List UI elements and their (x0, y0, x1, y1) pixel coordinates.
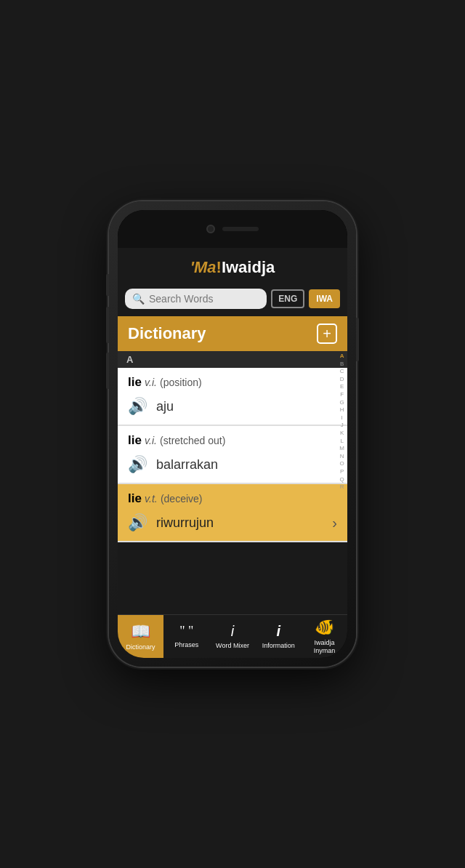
phrases-tab-icon: " " (179, 624, 193, 639)
search-icon: 🔍 (132, 293, 145, 305)
sound-icon-3[interactable]: 🔊 (128, 513, 147, 532)
eng-button[interactable]: ENG (271, 289, 304, 308)
alpha-n[interactable]: N (339, 453, 346, 460)
entry-iwaidja-3[interactable]: 🔊 riwurrujun › (118, 509, 347, 542)
entry-iwaidja-1[interactable]: 🔊 aju (118, 393, 347, 425)
alpha-c[interactable]: C (339, 368, 346, 375)
alpha-q[interactable]: Q (339, 476, 346, 483)
alpha-p[interactable]: P (339, 468, 345, 475)
dictionary-header: Dictionary + (118, 316, 347, 351)
dictionary-title: Dictionary (128, 324, 206, 343)
tab-information[interactable]: i Information (256, 615, 302, 658)
alpha-g[interactable]: G (339, 399, 346, 406)
side-button-power (356, 318, 359, 361)
camera-icon (206, 225, 215, 233)
alpha-e[interactable]: E (339, 383, 345, 390)
tab-phrases-label: Phrases (174, 641, 198, 649)
tab-iwaidja-inyman-label: Iwaidja Inyman (314, 639, 336, 655)
app-container: 'Ma!Iwaidja 🔍 ENG IWA Dictionary + A (118, 248, 347, 614)
app-header: 'Ma!Iwaidja (118, 248, 347, 284)
tab-word-mixer[interactable]: i Word Mixer (209, 615, 255, 658)
alpha-b[interactable]: B (339, 361, 345, 368)
add-button[interactable]: + (317, 324, 337, 344)
information-tab-icon: i (276, 623, 280, 640)
phone-screen: 'Ma!Iwaidja 🔍 ENG IWA Dictionary + A (118, 210, 347, 658)
entry-english-3: lie v.t. (deceive) (118, 484, 347, 509)
title-exclaim: ! (217, 258, 222, 276)
side-button-mute (106, 274, 109, 296)
sound-icon-2[interactable]: 🔊 (128, 455, 147, 474)
iwa-button[interactable]: IWA (309, 289, 340, 308)
alpha-d[interactable]: D (339, 376, 346, 383)
entry-iwaidja-word-2: balarrakan (156, 457, 218, 473)
chevron-right-icon[interactable]: › (332, 515, 337, 531)
title-suffix: Iwaidja (222, 258, 275, 276)
search-input[interactable] (149, 293, 259, 305)
entry-iwaidja-word-1: aju (156, 399, 174, 414)
app-title: 'Ma!Iwaidja (118, 258, 347, 277)
phone-device: 'Ma!Iwaidja 🔍 ENG IWA Dictionary + A (109, 201, 356, 667)
entry-meaning-1: (position) (160, 377, 202, 388)
tab-dictionary[interactable]: 📖 Dictionary (118, 615, 163, 658)
alphabet-sidebar: A B C D E F G H I J K L M N O P Q (338, 351, 346, 614)
speaker-icon (222, 227, 259, 231)
dictionary-tab-icon: 📖 (131, 622, 150, 641)
alpha-f[interactable]: F (339, 391, 345, 398)
entry-word-2: lie (128, 433, 142, 447)
tab-bar: 📖 Dictionary " " Phrases i Word Mixer i … (118, 614, 347, 658)
tab-word-mixer-label: Word Mixer (216, 642, 249, 650)
side-button-vol-up (106, 307, 109, 343)
dictionary-body[interactable]: A lie v.i. (position) 🔊 aju (118, 351, 347, 614)
list-item[interactable]: lie v.i. (stretched out) 🔊 balarrakan (118, 426, 347, 484)
side-button-vol-down (106, 353, 109, 389)
entry-pos-2: v.i. (145, 435, 157, 446)
tab-phrases[interactable]: " " Phrases (163, 615, 209, 658)
tab-dictionary-label: Dictionary (126, 643, 155, 651)
list-item[interactable]: lie v.t. (deceive) 🔊 riwurrujun › (118, 484, 347, 542)
word-mixer-tab-icon: i (231, 623, 234, 640)
alpha-r[interactable]: R (339, 483, 346, 491)
alpha-l[interactable]: L (339, 438, 344, 445)
entry-meaning-3: (deceive) (161, 493, 203, 505)
entry-pos-1: v.i. (145, 377, 157, 388)
entry-word-1: lie (128, 375, 142, 389)
alpha-o[interactable]: O (339, 460, 346, 467)
alpha-h[interactable]: H (339, 406, 346, 414)
section-label-a: A (118, 351, 347, 368)
list-item[interactable]: lie v.i. (position) 🔊 aju (118, 368, 347, 426)
alpha-a[interactable]: A (339, 353, 346, 360)
alpha-k[interactable]: K (339, 430, 345, 437)
search-area: 🔍 ENG IWA (118, 284, 347, 316)
entry-iwaidja-word-3: riwurrujun (156, 515, 214, 531)
search-bar[interactable]: 🔍 (125, 289, 267, 309)
alpha-j[interactable]: J (339, 422, 345, 429)
iwaidja-inyman-tab-icon: 🐠 (315, 618, 334, 637)
entry-meaning-2: (stretched out) (160, 435, 225, 446)
tab-information-label: Information (262, 642, 295, 650)
sound-icon-1[interactable]: 🔊 (128, 397, 147, 416)
entry-english-2: lie v.i. (stretched out) (118, 426, 347, 451)
title-ma: 'Ma (190, 258, 217, 276)
alpha-m[interactable]: M (338, 445, 346, 452)
entry-english-1: lie v.i. (position) (118, 368, 347, 393)
tab-iwaidja-inyman[interactable]: 🐠 Iwaidja Inyman (302, 615, 347, 658)
entry-iwaidja-2[interactable]: 🔊 balarrakan (118, 451, 347, 483)
entry-pos-3: v.t. (145, 493, 158, 505)
alpha-i[interactable]: I (340, 414, 344, 422)
entry-word-3: lie (128, 491, 142, 505)
phone-top-bar (118, 210, 347, 248)
